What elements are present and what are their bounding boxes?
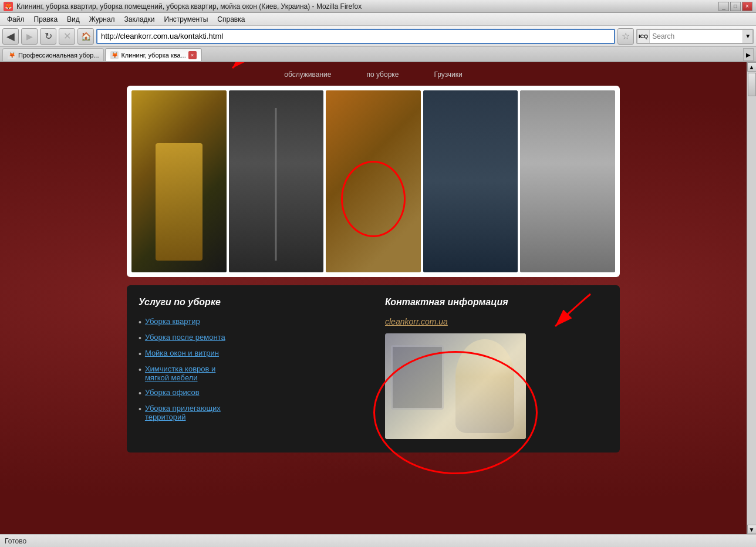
service-link-2[interactable]: Уборка после ремонта — [145, 333, 225, 342]
tab-1-label: Клининг, уборка ква... — [121, 52, 185, 59]
scroll-up-button[interactable]: ▲ — [747, 62, 757, 72]
menu-edit[interactable]: Правка — [29, 14, 63, 25]
service-item-3: • Мойка окон и витрин — [139, 349, 362, 359]
search-engine-label: ICQ — [639, 33, 648, 39]
contact-column: Контактная информация cleankorr.com.ua — [373, 297, 608, 441]
menu-file[interactable]: Файл — [2, 14, 29, 25]
tab-0[interactable]: 🦊 Профессиональная убор... — [2, 48, 104, 61]
back-button[interactable]: ◀ — [2, 28, 19, 45]
services-column: Услуги по уборке • Уборка квартир • Убор… — [139, 297, 373, 441]
url-input[interactable] — [101, 32, 610, 40]
browser-icon: 🦊 — [4, 2, 13, 11]
forward-button[interactable]: ▶ — [21, 28, 38, 45]
home-button[interactable]: 🏠 — [77, 28, 94, 45]
tab-0-icon: 🦊 — [8, 51, 16, 59]
gallery-photo-5 — [520, 90, 615, 272]
menu-view[interactable]: Вид — [62, 14, 85, 25]
bullet-3: • — [139, 349, 141, 359]
menu-tools[interactable]: Инструменты — [160, 14, 213, 25]
address-bar[interactable] — [96, 29, 615, 44]
tab-0-label: Профессиональная убор... — [18, 52, 99, 59]
window-title: Клининг, уборка квартир, уборка помещени… — [16, 2, 715, 11]
search-input[interactable] — [650, 32, 743, 40]
service-item-2: • Уборка после ремонта — [139, 333, 362, 343]
website: обслуживание по уборке Грузчики — [0, 62, 747, 534]
service-link-4[interactable]: Химчистка ковров имягкой мебели — [145, 364, 215, 382]
search-engine-logo: ICQ — [637, 30, 650, 43]
reload-button[interactable]: ↻ — [40, 28, 56, 45]
services-list: • Уборка квартир • Уборка после ремонта … — [139, 317, 362, 421]
contact-site-link[interactable]: cleankorr.com.ua — [385, 317, 608, 326]
tab-1-icon: 🦊 — [110, 51, 119, 59]
search-submit-button[interactable]: ▼ — [743, 30, 752, 43]
service-link-3[interactable]: Мойка окон и витрин — [145, 349, 219, 357]
minimize-button[interactable]: _ — [718, 2, 729, 11]
main-content: обслуживание по уборке Грузчики — [0, 62, 747, 534]
maximize-button[interactable]: □ — [730, 2, 741, 11]
nav-item-1[interactable]: обслуживание — [284, 70, 331, 80]
service-link-6[interactable]: Уборка прилегающихтерриторий — [145, 404, 221, 421]
gallery-photo-1 — [131, 90, 227, 272]
gallery-photo-3 — [326, 90, 421, 272]
tab-1-close-button[interactable]: × — [188, 51, 197, 59]
bottom-section: Услуги по уборке • Уборка квартир • Убор… — [127, 285, 620, 453]
service-item-6: • Уборка прилегающихтерриторий — [139, 404, 362, 421]
status-text: Готово — [5, 537, 26, 545]
browser-body: обслуживание по уборке Грузчики — [0, 62, 756, 534]
bullet-4: • — [139, 365, 141, 374]
nav-strip: обслуживание по уборке Грузчики — [127, 68, 620, 86]
tabs-bar: 🦊 Профессиональная убор... 🦊 Клининг, уб… — [0, 47, 756, 62]
bullet-1: • — [139, 318, 141, 327]
navigation-bar: ◀ ▶ ↻ ✕ 🏠 ☆ ICQ ▼ — [0, 26, 756, 47]
scroll-track[interactable] — [747, 72, 757, 525]
close-button[interactable]: × — [742, 2, 752, 11]
menu-bar: Файл Правка Вид Журнал Закладки Инструме… — [0, 13, 756, 26]
menu-history[interactable]: Журнал — [85, 14, 120, 25]
tab-1[interactable]: 🦊 Клининг, уборка ква... × — [105, 48, 201, 61]
services-title: Услуги по уборке — [139, 297, 362, 308]
status-bar: Готово — [0, 534, 756, 547]
scroll-down-button[interactable]: ▼ — [747, 525, 757, 534]
menu-help[interactable]: Справка — [212, 14, 249, 25]
service-item-5: • Уборка офисов — [139, 388, 362, 398]
vertical-scrollbar[interactable]: ▲ ▼ — [747, 62, 756, 534]
site-container: обслуживание по уборке Грузчики — [127, 68, 620, 528]
stop-button[interactable]: ✕ — [59, 28, 75, 45]
bullet-6: • — [139, 404, 141, 414]
contact-title: Контактная информация — [385, 297, 608, 308]
contact-photo — [385, 333, 526, 439]
tabs-scroll-right-button[interactable]: ▶ — [743, 48, 754, 61]
bookmark-button[interactable]: ☆ — [617, 28, 634, 45]
photo-gallery — [127, 86, 620, 277]
window-controls[interactable]: _ □ × — [718, 2, 752, 11]
service-link-1[interactable]: Уборка квартир — [145, 317, 200, 326]
search-bar-container: ICQ ▼ — [636, 29, 754, 44]
nav-item-2[interactable]: по уборке — [366, 70, 399, 80]
scroll-thumb[interactable] — [748, 73, 756, 96]
title-bar: 🦊 Клининг, уборка квартир, уборка помеще… — [0, 0, 756, 13]
gallery-photo-4 — [423, 90, 518, 272]
gallery-photo-2 — [229, 90, 324, 272]
service-item-4: • Химчистка ковров имягкой мебели — [139, 364, 362, 382]
service-link-5[interactable]: Уборка офисов — [145, 388, 200, 397]
bullet-2: • — [139, 333, 141, 343]
bullet-5: • — [139, 389, 141, 398]
menu-bookmarks[interactable]: Закладки — [120, 14, 160, 25]
service-item-1: • Уборка квартир — [139, 317, 362, 327]
nav-item-3[interactable]: Грузчики — [434, 70, 462, 80]
